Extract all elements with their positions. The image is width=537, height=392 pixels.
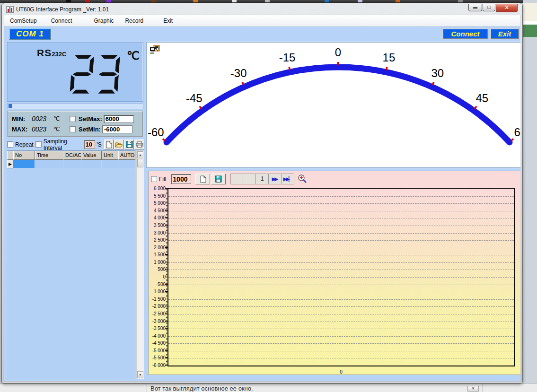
y-minor-ticks [166, 351, 168, 358]
open-file-button[interactable] [114, 139, 124, 149]
y-major-tick [165, 247, 168, 248]
y-major-tick [165, 306, 168, 306]
gridline [168, 233, 514, 234]
print-icon [136, 141, 143, 148]
menu-item-graphic[interactable]: Graphic [88, 16, 119, 26]
setmax-input[interactable] [104, 115, 134, 123]
chart-y-tick-label: -5 500 [149, 355, 166, 360]
gauge-tick-label: 0 [335, 46, 341, 59]
chart-y-tick-label: 6 000 [149, 186, 166, 191]
chart-y-tick-label: 1 000 [149, 260, 166, 265]
connect-button[interactable]: Connect [442, 28, 488, 39]
scroll-thumb[interactable] [137, 159, 143, 167]
table-cell[interactable] [63, 160, 81, 168]
gauge-tick-label: 45 [475, 92, 488, 105]
gridline [168, 248, 514, 248]
gridline [168, 285, 514, 285]
y-minor-ticks [166, 278, 168, 284]
maximize-button[interactable]: ▢ [483, 4, 495, 11]
chart-plot-area [167, 188, 515, 366]
minimize-button[interactable]: ▬ [468, 4, 482, 11]
table-cell[interactable] [35, 160, 63, 168]
buffer-size-input[interactable] [171, 174, 191, 184]
y-major-tick [165, 188, 168, 189]
table-cell[interactable] [102, 160, 118, 168]
save-icon [215, 175, 222, 183]
column-header-no[interactable]: No [13, 151, 35, 160]
y-major-tick [165, 357, 168, 358]
exit-button[interactable]: Exit [490, 28, 519, 39]
scroll-up-icon[interactable]: ▲ [137, 151, 143, 158]
y-major-tick [165, 240, 168, 240]
next-page-button[interactable]: ▶▶ [269, 174, 282, 184]
page-cell-blank-1 [230, 174, 243, 184]
fill-checkbox[interactable] [151, 176, 157, 182]
scroll-down-icon[interactable]: ▼ [137, 371, 143, 378]
setmax-label: SetMax: [79, 115, 102, 122]
gridline [168, 306, 514, 307]
column-header-auto[interactable]: AUTO [118, 151, 135, 160]
y-minor-ticks [166, 211, 168, 218]
save-button[interactable] [124, 139, 134, 149]
y-major-tick [165, 262, 168, 262]
chart-y-tick-label: -2 000 [149, 304, 166, 309]
sampling-checkbox[interactable] [35, 141, 42, 148]
y-minor-ticks [166, 358, 168, 365]
table-cell[interactable] [81, 160, 102, 168]
setmin-input[interactable] [102, 125, 132, 133]
close-button[interactable]: ✕ [496, 4, 518, 12]
records-table: NoTimeDC/ACValueUnitAUTO ▶ [7, 150, 135, 379]
y-minor-ticks [166, 292, 168, 299]
column-header-unit[interactable]: Unit [102, 151, 118, 160]
column-header-time[interactable]: Time [35, 151, 63, 160]
last-page-button[interactable]: ▶▶▏ [282, 174, 294, 184]
gridline [168, 358, 514, 358]
record-toolbar: Repeat Sampling Interval 'S [7, 139, 144, 150]
menu-item-exit[interactable]: Exit [158, 16, 178, 26]
gauge-tick-label: 15 [383, 51, 396, 64]
setmax-checkbox[interactable] [70, 116, 76, 122]
page-number-cell: 1 [256, 174, 269, 184]
title-bar[interactable]: UT60G Interface Program _Ver: 1.01 ▬ ▢ ✕ [3, 4, 521, 15]
y-major-tick [165, 277, 168, 277]
table-cell[interactable] [13, 160, 35, 168]
new-file-button[interactable] [104, 139, 114, 149]
chart-y-tick-label: 3 500 [149, 223, 166, 228]
gauge-tick-label: -60 [148, 126, 164, 139]
buffer-progress-bar[interactable] [7, 103, 143, 109]
gridline [168, 270, 514, 270]
chart-y-tick-label: -4 000 [149, 333, 166, 339]
interval-input[interactable] [84, 140, 95, 149]
table-cell[interactable] [118, 160, 135, 168]
chart-save-button[interactable] [211, 174, 226, 184]
table-row[interactable]: ▶ [7, 160, 135, 168]
setmin-checkbox[interactable] [70, 126, 76, 132]
gridline [168, 314, 514, 314]
progress-thumb [9, 104, 12, 108]
column-header-dcac[interactable]: DC/AC [63, 151, 81, 160]
table-scrollbar[interactable]: ▲ ▼ [136, 150, 144, 379]
chart-y-tick-label: -1 000 [149, 289, 166, 294]
gridline [168, 329, 514, 329]
menu-item-record[interactable]: Record [119, 16, 149, 26]
chart-y-tick-label: 0 [149, 274, 166, 279]
client-area: COM 1 Connect Exit RS232C ℃ MIN: 0023 ℃ … [4, 26, 520, 381]
chart-y-tick-label: -1 500 [149, 296, 166, 302]
menu-item-comsetup[interactable]: ComSetup [4, 16, 45, 26]
dropdown-arrow-icon[interactable]: ▼ [467, 386, 479, 392]
zoom-button[interactable] [297, 174, 308, 184]
min-label: MIN: [12, 115, 32, 122]
y-major-tick [165, 284, 168, 285]
webpage-background: Вот так выглядит основное ее окно. ▼ [0, 383, 537, 392]
chart-y-tick-label: -6 000 [149, 363, 166, 368]
desktop-background [523, 0, 537, 392]
chart-new-button[interactable] [195, 174, 210, 184]
repeat-checkbox[interactable] [7, 141, 13, 148]
chart-y-tick-label: -2 500 [149, 311, 166, 316]
print-button[interactable] [134, 139, 144, 149]
column-header-value[interactable]: Value [81, 151, 102, 160]
interval-unit: 'S [97, 141, 102, 148]
y-minor-ticks [166, 226, 168, 233]
menu-item-connect[interactable]: Connect [45, 16, 78, 26]
gridline [168, 255, 514, 255]
